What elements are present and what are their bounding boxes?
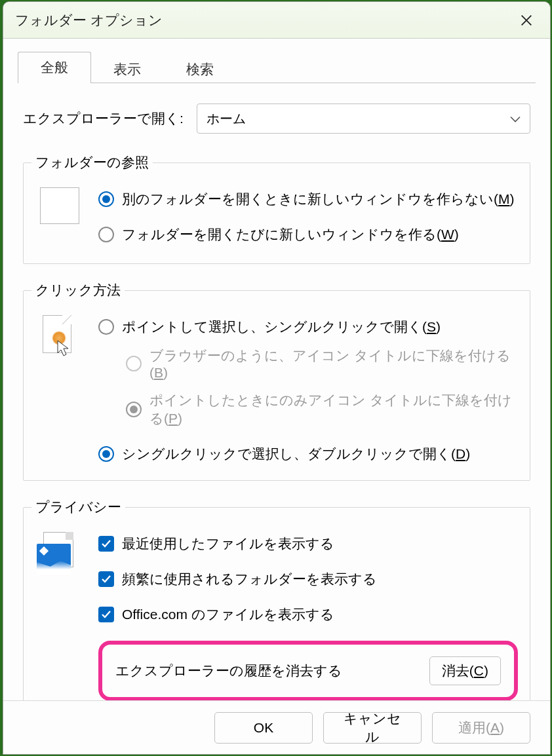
radio-double-click-label: シングルクリックで選択し、ダブルクリックで開く(D) <box>122 445 470 463</box>
radio-underline-hover: ポイントしたときにのみアイコン タイトルに下線を付ける(P) <box>126 391 518 428</box>
check-recent-files[interactable]: 最近使用したファイルを表示する <box>98 535 518 553</box>
clear-history-label: エクスプローラーの履歴を消去する <box>115 662 429 680</box>
recent-files-icon <box>37 532 83 576</box>
dialog-title: フォルダー オプション <box>15 11 512 29</box>
chevron-down-icon <box>510 111 521 126</box>
clear-history-row: エクスプローラーの履歴を消去する 消去(C) <box>98 641 518 700</box>
tab-search[interactable]: 検索 <box>163 52 237 83</box>
radio-icon <box>98 227 114 242</box>
tab-content-general: エクスプローラーで開く: ホーム フォルダーの参照 別のフォルダーを開くときに新… <box>3 84 550 700</box>
privacy-group: プライバシー 最近使用したファイルを表示する 頻繁に使用されるフォルダ <box>23 498 530 700</box>
radio-icon <box>98 319 114 335</box>
radio-same-window[interactable]: 別のフォルダーを開くときに新しいウィンドウを作らない(M) <box>98 190 518 208</box>
clear-history-button[interactable]: 消去(C) <box>429 656 501 685</box>
check-frequent-folders[interactable]: 頻繁に使用されるフォルダーを表示する <box>98 570 518 588</box>
radio-icon <box>126 402 142 417</box>
radio-double-click[interactable]: シングルクリックで選択し、ダブルクリックで開く(D) <box>98 445 518 463</box>
apply-button[interactable]: 適用(A) <box>432 712 530 744</box>
radio-new-window-label: フォルダーを開くたびに新しいウィンドウを作る(W) <box>122 225 459 244</box>
tab-view[interactable]: 表示 <box>90 52 164 83</box>
tab-search-label: 検索 <box>186 62 214 77</box>
ok-button-label: OK <box>254 720 273 736</box>
cancel-button[interactable]: キャンセル <box>323 712 422 744</box>
browse-folders-icon <box>35 183 84 249</box>
click-behavior-icon <box>35 311 84 466</box>
radio-icon <box>126 356 142 371</box>
checkbox-icon <box>98 536 114 552</box>
radio-icon <box>98 191 114 207</box>
open-explorer-row: エクスプローラーで開く: ホーム <box>23 104 530 134</box>
tab-general-label: 全般 <box>41 60 68 75</box>
cancel-button-label: キャンセル <box>338 709 406 746</box>
close-button[interactable] <box>512 6 541 35</box>
click-behavior-group: クリック方法 ポイントして選択し、シングルクリックで開く(S) <box>23 281 530 481</box>
tab-row: 全般 表示 検索 <box>3 39 550 83</box>
ok-button[interactable]: OK <box>214 712 313 744</box>
radio-single-click[interactable]: ポイントして選択し、シングルクリックで開く(S) <box>98 318 518 336</box>
radio-underline-browser-label: ブラウザーのように、アイコン タイトルに下線を付ける(B) <box>149 347 518 381</box>
check-office-files[interactable]: Office.com のファイルを表示する <box>98 605 518 624</box>
window-icon <box>40 187 79 224</box>
check-frequent-folders-label: 頻繁に使用されるフォルダーを表示する <box>122 570 377 588</box>
open-explorer-selected: ホーム <box>207 110 246 128</box>
close-icon <box>519 13 534 28</box>
cursor-click-icon <box>43 315 77 361</box>
radio-underline-browser: ブラウザーのように、アイコン タイトルに下線を付ける(B) <box>126 347 518 381</box>
tab-view-label: 表示 <box>113 62 141 77</box>
radio-single-click-label: ポイントして選択し、シングルクリックで開く(S) <box>122 318 441 336</box>
radio-icon <box>98 446 114 462</box>
radio-new-window[interactable]: フォルダーを開くたびに新しいウィンドウを作る(W) <box>98 225 518 244</box>
open-explorer-label: エクスプローラーで開く: <box>23 109 197 128</box>
radio-same-window-label: 別のフォルダーを開くときに新しいウィンドウを作らない(M) <box>122 190 515 208</box>
folder-options-dialog: フォルダー オプション 全般 表示 検索 エクスプローラーで開く: ホーム フォ… <box>3 1 551 755</box>
browse-folders-group: フォルダーの参照 別のフォルダーを開くときに新しいウィンドウを作らない(M) フ… <box>23 153 530 264</box>
tab-general[interactable]: 全般 <box>18 52 91 83</box>
check-office-files-label: Office.com のファイルを表示する <box>122 605 334 624</box>
tab-underline <box>18 83 536 83</box>
radio-underline-hover-label: ポイントしたときにのみアイコン タイトルに下線を付ける(P) <box>149 391 518 428</box>
checkbox-icon <box>98 607 114 622</box>
titlebar: フォルダー オプション <box>3 2 550 39</box>
click-behavior-legend: クリック方法 <box>31 281 125 299</box>
open-explorer-select[interactable]: ホーム <box>197 104 530 134</box>
dialog-footer: OK キャンセル 適用(A) <box>3 700 550 754</box>
browse-folders-legend: フォルダーの参照 <box>31 153 153 172</box>
privacy-legend: プライバシー <box>31 498 125 516</box>
check-recent-files-label: 最近使用したファイルを表示する <box>122 535 334 553</box>
privacy-icon-col <box>35 528 84 700</box>
checkbox-icon <box>98 571 114 587</box>
